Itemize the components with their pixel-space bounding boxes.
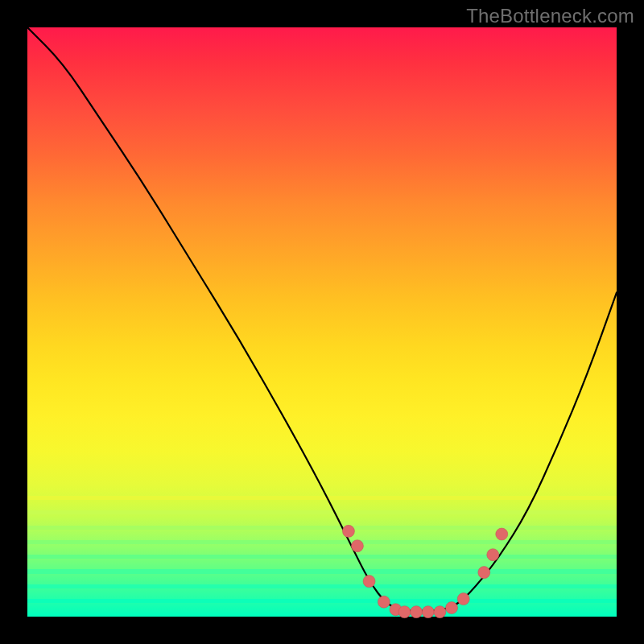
data-marker [487, 549, 499, 561]
watermark-text: TheBottleneck.com [466, 5, 634, 27]
data-marker [446, 602, 458, 614]
data-marker [478, 567, 490, 579]
data-marker [363, 576, 375, 588]
marker-group [342, 525, 507, 617]
data-marker [342, 525, 354, 537]
data-marker [398, 606, 411, 618]
bottleneck-curve [27, 27, 617, 611]
data-marker [411, 606, 423, 618]
data-marker [457, 593, 469, 605]
data-marker [378, 596, 390, 608]
chart-frame: TheBottleneck.com [0, 0, 644, 644]
data-marker [422, 606, 434, 618]
data-marker [351, 540, 363, 552]
data-marker [434, 606, 446, 618]
data-marker [496, 528, 508, 540]
curve-svg [27, 27, 617, 617]
